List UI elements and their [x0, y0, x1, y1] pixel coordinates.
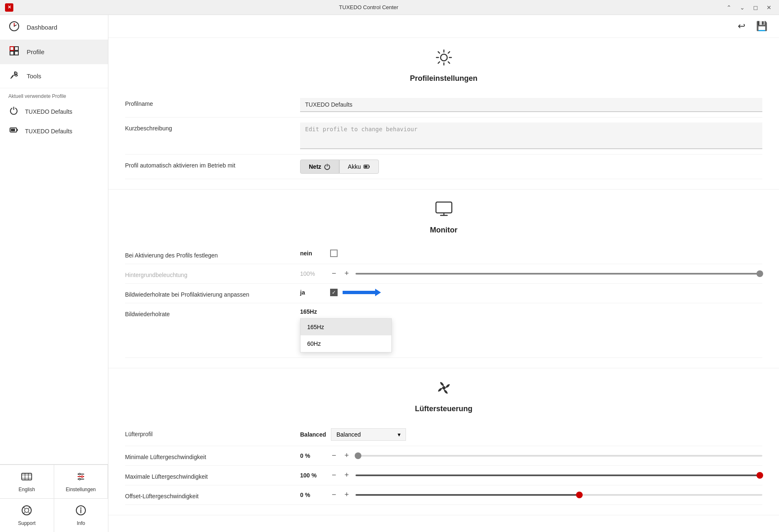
luefterprofil-value: Balanced Balanced ▾	[300, 428, 762, 441]
svg-line-18	[24, 507, 25, 509]
language-icon	[21, 471, 33, 485]
save-button[interactable]: 💾	[753, 19, 771, 33]
auto-activate-value: Netz Akku	[300, 160, 762, 174]
info-icon	[75, 505, 87, 519]
max-luefter-track	[356, 475, 762, 476]
auto-activate-label: Profil automatisch aktivieren im Betrieb…	[125, 160, 292, 169]
luefterprofil-dropdown[interactable]: Balanced ▾	[331, 428, 406, 441]
sidebar-nav: Dashboard Profile	[0, 15, 108, 464]
svg-point-16	[22, 506, 31, 515]
battery-small-icon	[363, 163, 370, 170]
sidebar-info-button[interactable]: Info	[54, 498, 108, 532]
window-title: TUXEDO Control Center	[13, 4, 724, 10]
max-luefter-minus-button[interactable]: −	[330, 471, 338, 480]
kurzbeschreibung-value: Edit profile to change behaviour	[300, 122, 762, 149]
akku-label: Akku	[348, 163, 361, 170]
sidebar-item-dashboard[interactable]: Dashboard	[0, 15, 108, 40]
min-luefter-track	[356, 455, 762, 457]
max-luefter-slider	[356, 475, 762, 476]
dropdown-item-165hz[interactable]: 165Hz	[301, 319, 391, 335]
bildrate-text: 165Hz	[300, 308, 325, 315]
sidebar: Dashboard Profile	[0, 15, 108, 532]
settings-icon	[75, 471, 87, 485]
main-content: ↩ 💾 Profileinstellungen Profilname	[108, 15, 779, 532]
min-luefter-plus-button[interactable]: +	[343, 451, 351, 460]
monitor-icon	[434, 200, 453, 222]
sidebar-einstellungen-button[interactable]: Einstellungen	[54, 465, 108, 498]
sidebar-support-button[interactable]: Support	[0, 498, 54, 532]
max-luefter-plus-button[interactable]: +	[343, 471, 351, 480]
support-icon	[21, 505, 33, 519]
luefterprofil-row: Lüfterprofil Balanced Balanced ▾	[125, 423, 762, 446]
offset-luefter-text: 0 %	[300, 492, 325, 498]
bildrate-anpassen-row: Bildwiederholrate bei Profilaktivierung …	[125, 284, 762, 303]
svg-rect-27	[369, 166, 370, 167]
svg-rect-9	[22, 473, 32, 480]
sidebar-dashboard-label: Dashboard	[27, 24, 57, 31]
hintergrund-label: Hintergrundbeleuchtung	[125, 269, 292, 278]
battery-icon	[8, 125, 19, 137]
profile-settings-title: Profileinstellungen	[410, 74, 477, 83]
english-label: English	[19, 487, 35, 492]
sidebar-english-button[interactable]: English	[0, 465, 54, 498]
toggle-netz-button[interactable]: Netz	[300, 160, 339, 174]
kurzbeschreibung-input[interactable]: Edit profile to change behaviour	[300, 122, 762, 149]
minimize-button[interactable]: ⌃	[724, 3, 734, 12]
offset-luefter-minus-button[interactable]: −	[330, 490, 338, 499]
profil-festlegen-checkbox[interactable]	[330, 250, 338, 257]
offset-luefter-track	[356, 494, 762, 496]
profile-settings-section: Profileinstellungen Profilname Kurzbesch…	[108, 38, 779, 190]
undo-button[interactable]: ↩	[734, 19, 749, 33]
svg-line-21	[29, 512, 30, 514]
max-luefter-fill	[356, 475, 762, 476]
dropdown-chevron-icon: ▾	[398, 431, 401, 438]
profilname-input[interactable]	[300, 98, 762, 112]
close-button[interactable]: ✕	[764, 3, 774, 12]
monitor-header: Monitor	[125, 200, 762, 235]
sidebar-item-tools[interactable]: Tools	[0, 64, 108, 88]
offset-luefter-thumb[interactable]	[576, 492, 583, 498]
hintergrund-row: Hintergrundbeleuchtung 100% − +	[125, 264, 762, 284]
hintergrund-thumb[interactable]	[756, 270, 763, 277]
tools-icon	[8, 70, 20, 82]
hintergrund-plus-button[interactable]: +	[343, 269, 351, 278]
svg-rect-2	[15, 47, 18, 50]
profil-festlegen-label: Bei Aktivierung des Profils festlegen	[125, 250, 292, 259]
info-label: Info	[77, 520, 85, 526]
titlebar: ✕ TUXEDO Control Center ⌃ ⌄ ◻ ✕	[0, 0, 779, 15]
blue-arrow-indicator	[343, 291, 376, 294]
roll-up-button[interactable]: ⌄	[737, 3, 747, 12]
hintergrund-minus-button[interactable]: −	[330, 269, 338, 278]
svg-rect-7	[17, 129, 18, 131]
profilname-value	[300, 98, 762, 112]
min-luefter-minus-button[interactable]: −	[330, 451, 338, 460]
sidebar-active-profile-2[interactable]: TUXEDO Defaults	[0, 121, 108, 141]
profil-festlegen-row: Bei Aktivierung des Profils festlegen ne…	[125, 245, 762, 264]
bildrate-dropdown-menu: 165Hz 60Hz	[300, 318, 392, 352]
monitor-title: Monitor	[430, 226, 458, 235]
offset-luefter-plus-button[interactable]: +	[343, 490, 351, 499]
hintergrund-fill	[356, 273, 762, 275]
max-luefter-label: Maximale Lüftergeschwindigkeit	[125, 471, 292, 480]
bildrate-anpassen-label: Bildwiederholrate bei Profilaktivierung …	[125, 289, 292, 298]
dropdown-item-60hz[interactable]: 60Hz	[301, 335, 391, 352]
svg-point-24	[80, 507, 82, 509]
offset-luefter-row: Offset-Lüftergeschwindigkeit 0 % − +	[125, 485, 762, 505]
kurzbeschreibung-row: Kurzbeschreibung Edit profile to change …	[125, 117, 762, 155]
max-luefter-thumb[interactable]	[756, 472, 763, 479]
luefterprofil-selected: Balanced	[336, 431, 361, 438]
bildrate-anpassen-checkbox[interactable]	[330, 289, 338, 296]
svg-rect-8	[11, 129, 15, 131]
maximize-button[interactable]: ◻	[751, 3, 761, 12]
netz-label: Netz	[309, 163, 321, 170]
toggle-akku-button[interactable]: Akku	[339, 160, 379, 174]
profile-settings-header: Profileinstellungen	[125, 48, 762, 83]
auto-activate-toggle: Netz Akku	[300, 160, 379, 174]
active-profile-2-label: TUXEDO Defaults	[25, 128, 73, 135]
sidebar-active-profile-1[interactable]: TUXEDO Defaults	[0, 102, 108, 121]
sidebar-item-profile[interactable]: Profile	[0, 40, 108, 64]
svg-rect-3	[10, 51, 14, 55]
min-luefter-thumb[interactable]	[355, 452, 361, 459]
einstellungen-label: Einstellungen	[66, 487, 96, 492]
active-profile-1-label: TUXEDO Defaults	[25, 108, 73, 115]
